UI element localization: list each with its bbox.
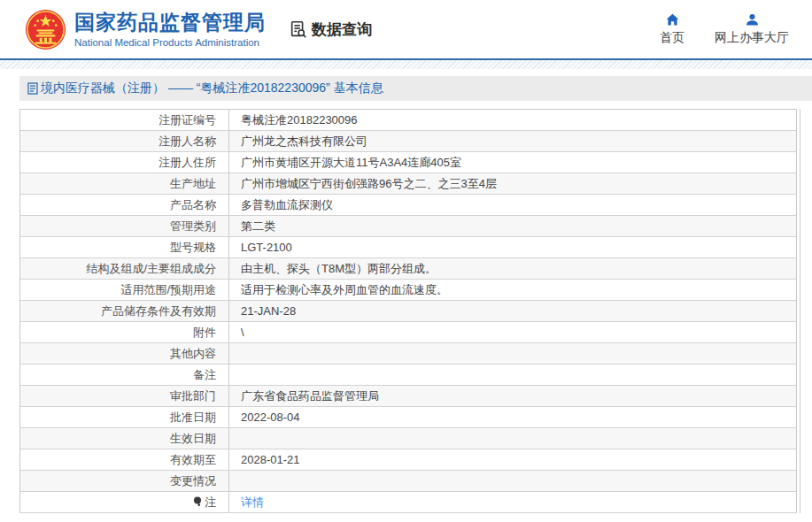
row-label: 生效日期 — [20, 428, 229, 449]
row-value: 广州市黄埔区开源大道11号A3A4连廊405室 — [229, 152, 797, 173]
home-icon — [665, 12, 680, 27]
table-row: 产品名称 多普勒血流探测仪 — [20, 195, 797, 216]
data-query-label: 数据查询 — [312, 19, 372, 40]
table-row: 附件 \ — [20, 322, 797, 343]
row-label: 变更情况 — [20, 471, 229, 492]
row-value: \ — [229, 322, 797, 343]
row-label: 型号规格 — [20, 237, 229, 258]
table-row: 生产地址 广州市增城区宁西街创强路96号之二、之三3至4层 — [20, 173, 797, 195]
table-row: 产品储存条件及有效期 21-JAN-28 — [20, 301, 797, 322]
row-value: 21-JAN-28 — [229, 301, 797, 322]
org-name-zh: 国家药品监督管理局 — [74, 11, 266, 34]
nav-item-service-hall[interactable]: 网上办事大厅 — [715, 12, 789, 46]
row-value: 2022-08-04 — [229, 407, 797, 428]
details-link[interactable]: 详情 — [241, 495, 264, 509]
nav-home-label: 首页 — [660, 30, 684, 46]
row-value: 由主机、探头（T8M型）两部分组成。 — [229, 258, 797, 280]
site-header: 国家药品监督管理局 National Medical Products Admi… — [0, 0, 812, 58]
row-label: 批准日期 — [20, 407, 229, 428]
registration-info-table: 注册证编号 粤械注准20182230096 注册人名称 广州龙之杰科技有限公司 … — [19, 109, 797, 513]
row-label: 产品名称 — [20, 195, 229, 216]
note-label: 注 — [205, 495, 216, 509]
document-icon — [27, 82, 38, 95]
table-row: 批准日期 2022-08-04 — [20, 407, 797, 428]
row-label: 生产地址 — [20, 173, 229, 195]
row-value: 广东省食品药品监督管理局 — [229, 386, 797, 407]
row-value: 多普勒血流探测仪 — [229, 195, 797, 216]
note-bulb-icon — [193, 496, 202, 510]
table-row: 审批部门 广东省食品药品监督管理局 — [20, 386, 797, 407]
row-value: 第二类 — [229, 216, 797, 237]
row-value-note: 详情 — [229, 492, 797, 513]
nav-service-hall-label: 网上办事大厅 — [715, 30, 789, 46]
row-value: 2028-01-21 — [229, 449, 797, 471]
row-label-note: 注 — [20, 492, 229, 513]
row-label: 适用范围/预期用途 — [20, 280, 229, 301]
row-value — [229, 365, 797, 386]
table-row: 型号规格 LGT-2100 — [20, 237, 797, 258]
table-row: 结构及组成/主要组成成分 由主机、探头（T8M型）两部分组成。 — [20, 258, 797, 280]
page-title-bar: 境内医疗器械（注册） —— “粤械注准20182230096” 基本信息 — [19, 76, 812, 101]
header-nav: 首页 网上办事大厅 — [660, 12, 812, 46]
table-row: 注册人住所 广州市黄埔区开源大道11号A3A4连廊405室 — [20, 152, 797, 173]
row-label: 管理类别 — [20, 216, 229, 237]
row-label: 产品储存条件及有效期 — [20, 301, 229, 322]
document-search-icon — [289, 19, 308, 39]
row-value — [229, 428, 797, 449]
table-row: 注册人名称 广州龙之杰科技有限公司 — [20, 131, 797, 152]
row-label: 附件 — [20, 322, 229, 343]
national-emblem-icon — [25, 9, 66, 50]
table-row-note: 注 详情 — [20, 492, 797, 513]
row-label: 结构及组成/主要组成成分 — [20, 258, 229, 280]
table-row: 管理类别 第二类 — [20, 216, 797, 237]
row-label: 有效期至 — [20, 449, 229, 471]
page-title: 境内医疗器械（注册） —— “粤械注准20182230096” 基本信息 — [41, 81, 383, 96]
table-row: 适用范围/预期用途 适用于检测心率及外周血管的血流速度。 — [20, 280, 797, 301]
user-icon — [745, 12, 760, 27]
row-value: LGT-2100 — [229, 237, 797, 258]
row-value: 广州市增城区宁西街创强路96号之二、之三3至4层 — [229, 173, 797, 195]
table-row: 生效日期 — [20, 428, 797, 449]
row-label: 注册人名称 — [20, 131, 229, 152]
data-query-nav[interactable]: 数据查询 — [289, 19, 372, 40]
org-title-block: 国家药品监督管理局 National Medical Products Admi… — [74, 11, 266, 47]
nav-item-home[interactable]: 首页 — [660, 12, 684, 46]
row-value: 广州龙之杰科技有限公司 — [229, 131, 797, 152]
table-row: 备注 — [20, 365, 797, 386]
row-value: 适用于检测心率及外周血管的血流速度。 — [229, 280, 797, 301]
row-value — [229, 471, 797, 492]
row-label: 注册证编号 — [20, 110, 229, 131]
row-label: 审批部门 — [20, 386, 229, 407]
table-row: 变更情况 — [20, 471, 797, 492]
table-row: 其他内容 — [20, 343, 797, 365]
row-label: 备注 — [20, 365, 229, 386]
hatch-pattern-strip — [0, 60, 812, 69]
table-row: 有效期至 2028-01-21 — [20, 449, 797, 471]
row-value — [229, 343, 797, 365]
row-value: 粤械注准20182230096 — [229, 110, 797, 131]
row-label: 其他内容 — [20, 343, 229, 365]
org-name-en: National Medical Products Administration — [74, 37, 266, 48]
row-label: 注册人住所 — [20, 152, 229, 173]
table-row: 注册证编号 粤械注准20182230096 — [20, 110, 797, 131]
